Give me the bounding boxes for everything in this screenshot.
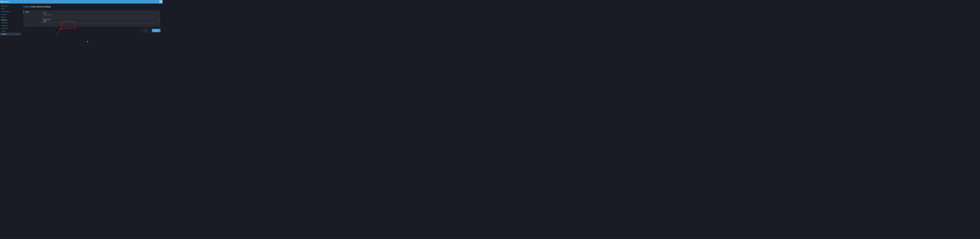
nic-value: eth4 [43, 21, 46, 22]
sidebar-item-settings[interactable]: Settings [0, 33, 21, 35]
physical-nic-input[interactable]: Physical NIC eth4 [42, 18, 159, 23]
sidebar-item-advanced[interactable]: Advanced ︿ [0, 19, 21, 21]
button-row: Cancel Save [23, 29, 160, 32]
chevron-down-icon: ⌄ [156, 13, 158, 15]
sidebar-item-users[interactable]: Users [0, 30, 21, 33]
nic-label: Physical NIC [43, 19, 158, 21]
sidebar: Dashboard Hosts Virtual Machines Volumes… [0, 3, 21, 40]
form-column: Type L2VlanNetwork ⌄ Physical NIC eth4 [41, 10, 161, 27]
sidebar-item-ssh-keys[interactable]: SSH Keys [0, 27, 21, 30]
svg-rect-5 [160, 2, 162, 3]
user-avatar-icon[interactable] [159, 0, 162, 3]
sidebar-item-images[interactable]: Images [0, 16, 21, 19]
sidebar-item-dashboard[interactable]: Dashboard [0, 5, 21, 7]
svg-rect-3 [160, 2, 161, 2]
app-title: Harvester [3, 1, 10, 3]
main-content: Setting: Edit network-setting Details Ty… [21, 3, 163, 40]
tab-details[interactable]: Details [23, 10, 41, 14]
svg-rect-0 [160, 1, 161, 2]
svg-rect-2 [161, 1, 161, 2]
harvester-logo-icon [1, 1, 3, 3]
sidebar-item-volumes[interactable]: Volumes [0, 13, 21, 16]
sidebar-item-templates[interactable]: Templates [0, 21, 21, 24]
heading-title: Edit network-setting [31, 5, 50, 8]
details-section: Details Type L2VlanNetwork ⌄ Physical NI… [23, 10, 160, 27]
sidebar-item-virtual-machines[interactable]: Virtual Machines [0, 10, 21, 13]
logo-section: Harvester [1, 1, 10, 3]
type-label: Type [43, 12, 158, 14]
mouse-cursor-icon [87, 41, 89, 43]
sidebar-item-networks[interactable]: Networks [0, 24, 21, 27]
heading-prefix: Setting: [23, 5, 30, 8]
svg-rect-1 [161, 1, 162, 2]
top-bar: Harvester [0, 0, 163, 3]
page-heading: Setting: Edit network-setting [23, 5, 160, 8]
chevron-up-icon: ︿ [18, 19, 19, 21]
type-value: L2VlanNetwork [43, 14, 52, 16]
tab-column: Details [23, 10, 41, 27]
cancel-button[interactable]: Cancel [141, 29, 150, 32]
sidebar-item-label: Advanced [1, 19, 7, 21]
sidebar-item-hosts[interactable]: Hosts [0, 7, 21, 10]
svg-rect-4 [161, 2, 161, 2]
type-select[interactable]: Type L2VlanNetwork ⌄ [42, 12, 159, 17]
save-button[interactable]: Save [152, 29, 160, 32]
